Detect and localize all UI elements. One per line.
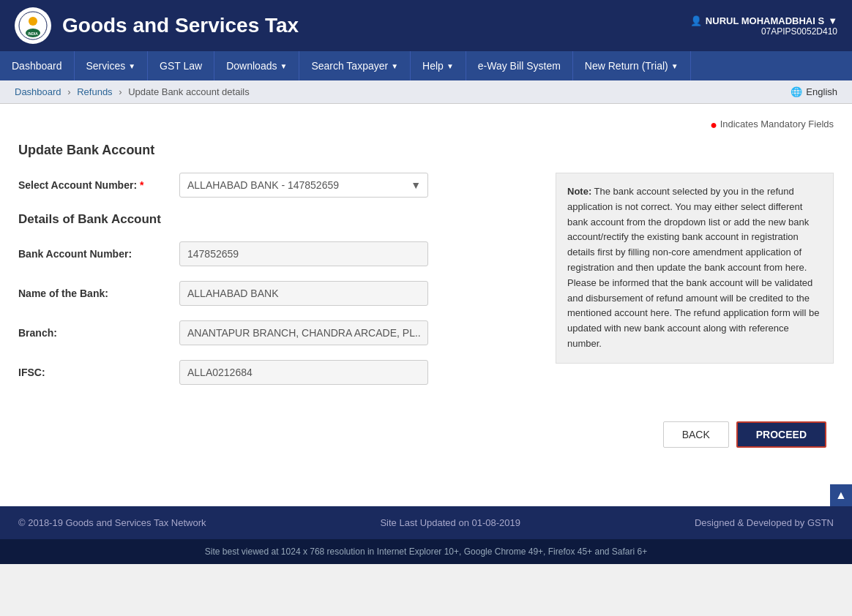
breadcrumb-dashboard[interactable]: Dashboard — [15, 86, 61, 97]
required-star: * — [140, 179, 143, 191]
breadcrumb-sep1: › — [67, 86, 73, 97]
note-bold-prefix: Note: — [567, 186, 591, 197]
breadcrumb-refunds[interactable]: Refunds — [77, 86, 112, 97]
back-button[interactable]: BACK — [663, 421, 729, 448]
bank-account-number-input — [179, 241, 428, 266]
account-select-wrapper: ALLAHABAD BANK - 147852659 ▼ — [179, 173, 428, 198]
language-label: English — [806, 86, 837, 97]
account-number-row: Select Account Number: * ALLAHABAD BANK … — [18, 173, 541, 198]
nav-new-return[interactable]: New Return (Trial) ▼ — [573, 51, 691, 80]
breadcrumb-sep2: › — [119, 86, 124, 97]
bank-name-label: Name of the Bank: — [18, 288, 179, 299]
search-taxpayer-arrow: ▼ — [391, 62, 398, 70]
ifsc-label: IFSC: — [18, 367, 179, 378]
mandatory-note: ● Indicates Mandatory Fields — [18, 119, 834, 132]
svg-point-1 — [29, 17, 37, 26]
nav-services[interactable]: Services ▼ — [75, 51, 149, 80]
globe-icon: 🌐 — [791, 86, 802, 97]
account-number-select[interactable]: ALLAHABAD BANK - 147852659 — [179, 173, 428, 198]
main-nav: Dashboard Services ▼ GST Law Downloads ▼… — [0, 51, 852, 80]
account-number-label: Select Account Number: * — [18, 179, 179, 191]
user-info: 👤 NURUL MOHAMADBHAI S ▼ 07APIPS0052D410 — [690, 15, 837, 37]
content-grid: Select Account Number: * ALLAHABAD BANK … — [18, 173, 834, 399]
nav-dashboard[interactable]: Dashboard — [0, 51, 75, 80]
bank-name-row: Name of the Bank: — [18, 281, 541, 306]
downloads-arrow: ▼ — [280, 62, 287, 70]
user-icon: 👤 — [690, 15, 702, 26]
bank-name-input — [179, 281, 428, 306]
main-wrapper: ● Indicates Mandatory Fields Update Bank… — [0, 104, 852, 506]
note-text: The bank account selected by you in the … — [567, 186, 819, 349]
breadcrumb: Dashboard › Refunds › Update Bank accoun… — [15, 86, 250, 97]
breadcrumb-bar: Dashboard › Refunds › Update Bank accoun… — [0, 80, 852, 104]
footer-designed-by: Designed & Developed by GSTN — [695, 517, 834, 528]
branch-label: Branch: — [18, 327, 179, 339]
gst-logo: INDIA — [15, 7, 51, 44]
user-gstin: 07APIPS0052D410 — [690, 26, 837, 37]
breadcrumb-current: Update Bank account details — [128, 86, 250, 97]
nav-help[interactable]: Help ▼ — [411, 51, 466, 80]
details-section-title: Details of Bank Account — [18, 212, 541, 227]
main-content: ● Indicates Mandatory Fields Update Bank… — [0, 104, 852, 506]
site-title: Goods and Services Tax — [62, 14, 299, 37]
action-row: BACK PROCEED — [18, 421, 834, 448]
footer-copyright: © 2018-19 Goods and Services Tax Network — [18, 517, 206, 528]
scroll-to-top-button[interactable]: ▲ — [830, 484, 852, 506]
branch-input — [179, 320, 428, 345]
svg-text:INDIA: INDIA — [28, 31, 38, 36]
branch-row: Branch: — [18, 320, 541, 345]
ifsc-row: IFSC: — [18, 360, 541, 385]
services-arrow: ▼ — [128, 62, 135, 70]
footer-last-updated: Site Last Updated on 01-08-2019 — [380, 517, 520, 528]
nav-search-taxpayer[interactable]: Search Taxpayer ▼ — [299, 51, 411, 80]
note-box: Note: The bank account selected by you i… — [556, 173, 834, 364]
content-left: Select Account Number: * ALLAHABAD BANK … — [18, 173, 541, 399]
nav-gst-law[interactable]: GST Law — [148, 51, 214, 80]
footer-bottom-text: Site best viewed at 1024 x 768 resolutio… — [205, 546, 647, 557]
update-section-title: Update Bank Account — [18, 143, 834, 158]
mandatory-dot: ● — [710, 119, 717, 131]
language-selector[interactable]: 🌐 English — [791, 86, 837, 97]
user-name-display: 👤 NURUL MOHAMADBHAI S ▼ — [690, 15, 837, 26]
ifsc-input — [179, 360, 428, 385]
help-arrow: ▼ — [446, 62, 454, 70]
bank-account-number-label: Bank Account Number: — [18, 248, 179, 260]
content-right: Note: The bank account selected by you i… — [556, 173, 834, 399]
footer-main: © 2018-19 Goods and Services Tax Network… — [0, 506, 852, 539]
header-left: INDIA Goods and Services Tax — [15, 7, 299, 44]
nav-eway-bill[interactable]: e-Way Bill System — [466, 51, 573, 80]
new-return-arrow: ▼ — [671, 62, 679, 70]
nav-downloads[interactable]: Downloads ▼ — [214, 51, 299, 80]
bank-account-number-row: Bank Account Number: — [18, 241, 541, 266]
header: INDIA Goods and Services Tax 👤 NURUL MOH… — [0, 0, 852, 51]
proceed-button[interactable]: PROCEED — [736, 421, 826, 448]
footer-bottom: Site best viewed at 1024 x 768 resolutio… — [0, 539, 852, 564]
